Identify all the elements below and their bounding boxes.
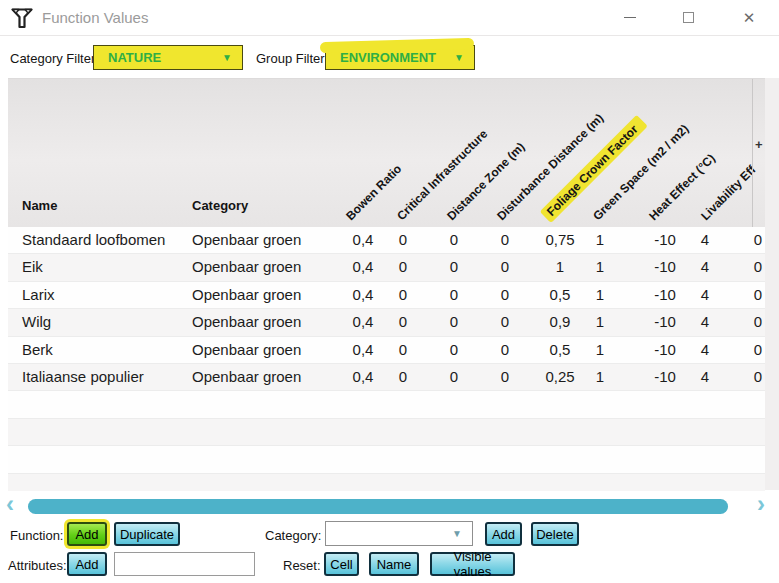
cell-value[interactable]: 0 xyxy=(736,286,765,303)
table-row[interactable]: Eik Openbaar groen 0,4 0 0 0 1 1 -10 4 0 xyxy=(8,254,765,281)
cell-value[interactable]: 0 xyxy=(381,231,425,248)
cell-value[interactable]: 1 xyxy=(578,231,622,248)
function-add-button[interactable]: Add xyxy=(67,522,107,546)
cell-value[interactable]: 0 xyxy=(736,258,765,275)
function-values-window: Function Values ✕ Category Filter: NATUR… xyxy=(0,0,779,583)
cell-value[interactable]: 0 xyxy=(432,231,476,248)
cell-value[interactable]: 0 xyxy=(381,313,425,330)
cell-value[interactable]: 0 xyxy=(736,368,765,385)
category-filter-dropdown[interactable]: NATURE ▼ xyxy=(93,45,243,70)
cell-value[interactable]: 0 xyxy=(381,341,425,358)
group-filter-label: Group Filter: xyxy=(256,51,328,66)
cell-value[interactable]: -10 xyxy=(643,341,687,358)
cell-value[interactable]: -10 xyxy=(643,258,687,275)
category-filter-label: Category Filter: xyxy=(10,51,99,66)
cell-value[interactable]: 0 xyxy=(432,341,476,358)
reset-visible-values-button[interactable]: Visible values xyxy=(430,552,515,576)
chevron-left-icon[interactable]: ‹ xyxy=(6,493,14,515)
cell-name[interactable]: Italiaanse populier xyxy=(22,368,144,385)
cell-value[interactable]: 0 xyxy=(381,286,425,303)
cell-name[interactable]: Wilg xyxy=(22,313,51,330)
cell-category[interactable]: Openbaar groen xyxy=(192,368,301,385)
cell-value[interactable]: 0 xyxy=(736,231,765,248)
cell-value[interactable]: 0 xyxy=(483,341,527,358)
cell-value[interactable]: -10 xyxy=(643,368,687,385)
maximize-icon xyxy=(683,12,694,23)
minimize-icon xyxy=(624,17,636,18)
cell-category[interactable]: Openbaar groen xyxy=(192,341,301,358)
cell-value[interactable]: 0 xyxy=(432,313,476,330)
chevron-right-icon[interactable]: › xyxy=(757,493,765,515)
category-add-button[interactable]: Add xyxy=(485,522,522,546)
cell-value[interactable]: -10 xyxy=(643,286,687,303)
cell-value[interactable]: 0,5 xyxy=(538,286,582,303)
category-dropdown[interactable]: ▼ xyxy=(325,521,473,546)
cell-value[interactable]: 0 xyxy=(483,286,527,303)
chevron-down-icon: ▼ xyxy=(454,53,464,63)
cell-value[interactable]: 1 xyxy=(578,341,622,358)
cell-value[interactable]: -10 xyxy=(643,313,687,330)
table-row[interactable]: Larix Openbaar groen 0,4 0 0 0 0,5 1 -10… xyxy=(8,282,765,309)
cell-value[interactable]: 4 xyxy=(683,313,727,330)
cell-value[interactable]: 1 xyxy=(578,368,622,385)
table-row-empty xyxy=(8,391,765,418)
cell-name[interactable]: Eik xyxy=(22,258,43,275)
cell-value[interactable]: 0 xyxy=(483,258,527,275)
cell-value[interactable]: 4 xyxy=(683,368,727,385)
table-row[interactable]: Standaard loofbomen Openbaar groen 0,4 0… xyxy=(8,227,765,254)
reset-cell-button[interactable]: Cell xyxy=(324,552,359,576)
table-row[interactable]: Italiaanse populier Openbaar groen 0,4 0… xyxy=(8,364,765,391)
cell-value[interactable]: 1 xyxy=(578,286,622,303)
cell-value[interactable]: 0 xyxy=(381,368,425,385)
cell-value[interactable]: 0,9 xyxy=(538,313,582,330)
function-duplicate-button[interactable]: Duplicate xyxy=(114,522,180,546)
attributes-input[interactable] xyxy=(114,552,255,576)
cell-value[interactable]: 0 xyxy=(483,368,527,385)
add-column-button[interactable]: + xyxy=(755,137,763,152)
cell-name[interactable]: Standaard loofbomen xyxy=(22,231,165,248)
minimize-button[interactable] xyxy=(607,0,653,35)
group-filter-dropdown[interactable]: ENVIRONMENT ▼ xyxy=(325,45,475,70)
cell-category[interactable]: Openbaar groen xyxy=(192,313,301,330)
cell-category[interactable]: Openbaar groen xyxy=(192,258,301,275)
cell-value[interactable]: 0,75 xyxy=(538,231,582,248)
cell-value[interactable]: 0,4 xyxy=(341,286,385,303)
cell-value[interactable]: 0 xyxy=(432,286,476,303)
cell-category[interactable]: Openbaar groen xyxy=(192,286,301,303)
cell-category[interactable]: Openbaar groen xyxy=(192,231,301,248)
cell-value[interactable]: 0 xyxy=(736,313,765,330)
cell-value[interactable]: 1 xyxy=(578,313,622,330)
reset-name-button[interactable]: Name xyxy=(369,552,419,576)
maximize-button[interactable] xyxy=(665,0,711,35)
cell-value[interactable]: 0 xyxy=(483,231,527,248)
cell-value[interactable]: 4 xyxy=(683,341,727,358)
cell-value[interactable]: 1 xyxy=(578,258,622,275)
cell-value[interactable]: 0 xyxy=(381,258,425,275)
cell-value[interactable]: 4 xyxy=(683,231,727,248)
cell-value[interactable]: 4 xyxy=(683,258,727,275)
attributes-label: Attributes: xyxy=(8,558,67,573)
cell-value[interactable]: 0,25 xyxy=(538,368,582,385)
cell-value[interactable]: 0,4 xyxy=(341,313,385,330)
cell-value[interactable]: 4 xyxy=(683,286,727,303)
cell-value[interactable]: 0,5 xyxy=(538,341,582,358)
cell-value[interactable]: 0,4 xyxy=(341,341,385,358)
cell-value[interactable]: 0,4 xyxy=(341,258,385,275)
cell-value[interactable]: 0 xyxy=(736,341,765,358)
attributes-add-button[interactable]: Add xyxy=(67,552,107,576)
cell-value[interactable]: 0,4 xyxy=(341,368,385,385)
cell-name[interactable]: Berk xyxy=(22,341,53,358)
cell-value[interactable]: 0 xyxy=(432,368,476,385)
cell-value[interactable]: 0 xyxy=(432,258,476,275)
vertical-scrollbar[interactable] xyxy=(765,78,779,490)
horizontal-scrollbar-thumb[interactable] xyxy=(28,499,728,514)
table-row[interactable]: Berk Openbaar groen 0,4 0 0 0 0,5 1 -10 … xyxy=(8,337,765,364)
table-row[interactable]: Wilg Openbaar groen 0,4 0 0 0 0,9 1 -10 … xyxy=(8,309,765,336)
category-delete-button[interactable]: Delete xyxy=(531,522,579,546)
cell-value[interactable]: 0,4 xyxy=(341,231,385,248)
cell-name[interactable]: Larix xyxy=(22,286,55,303)
cell-value[interactable]: 0 xyxy=(483,313,527,330)
close-button[interactable]: ✕ xyxy=(726,0,772,35)
cell-value[interactable]: 1 xyxy=(538,258,582,275)
cell-value[interactable]: -10 xyxy=(643,231,687,248)
